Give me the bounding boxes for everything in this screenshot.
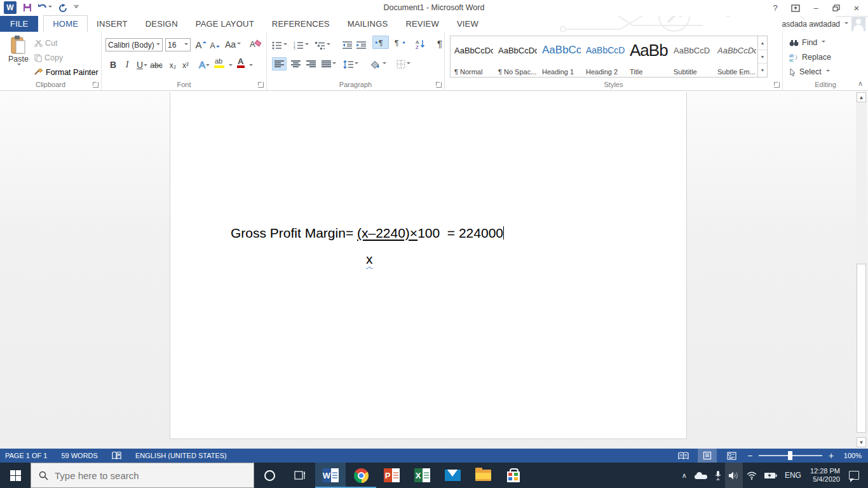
font-color-button[interactable]: A bbox=[238, 57, 243, 66]
format-painter-button[interactable]: Format Painter bbox=[34, 66, 98, 79]
paste-button[interactable]: Paste bbox=[5, 36, 32, 80]
minimize-button[interactable]: – bbox=[807, 1, 825, 15]
taskbar-mail-button[interactable] bbox=[437, 463, 468, 488]
search-input[interactable] bbox=[55, 470, 226, 481]
show-hide-pilcrow-button[interactable]: ¶ bbox=[433, 36, 446, 50]
taskbar-store-button[interactable] bbox=[498, 463, 529, 488]
undo-dropdown-arrow[interactable] bbox=[48, 6, 52, 10]
change-case-button[interactable]: Aa bbox=[225, 37, 241, 51]
account-avatar[interactable] bbox=[851, 17, 865, 31]
onedrive-icon[interactable] bbox=[691, 463, 711, 488]
taskbar-file-explorer-button[interactable] bbox=[468, 463, 498, 488]
styles-dialog-launcher[interactable] bbox=[774, 82, 780, 88]
decrease-indent-button[interactable] bbox=[341, 38, 353, 52]
customize-qat-button[interactable] bbox=[74, 5, 79, 10]
grow-font-button[interactable]: A bbox=[194, 37, 207, 51]
zoom-out-button[interactable]: − bbox=[746, 452, 754, 459]
styles-more-button[interactable]: ▼ bbox=[758, 64, 767, 77]
sort-button[interactable]: AZ bbox=[414, 37, 427, 51]
replace-button[interactable]: abac Replace bbox=[789, 51, 831, 64]
language-indicator[interactable]: ENGLISH (UNITED STATES) bbox=[135, 452, 227, 459]
paste-dropdown-arrow[interactable] bbox=[17, 64, 21, 67]
undo-button[interactable] bbox=[38, 4, 52, 11]
align-right-button[interactable] bbox=[304, 57, 318, 71]
shading-button[interactable] bbox=[370, 57, 386, 71]
ribbon-display-options-button[interactable] bbox=[787, 1, 804, 15]
borders-button[interactable] bbox=[397, 57, 410, 71]
align-center-button[interactable] bbox=[288, 57, 303, 71]
tab-mailings[interactable]: MAILINGS bbox=[339, 16, 397, 32]
zoom-percentage[interactable]: 100% bbox=[840, 452, 862, 459]
account-menu[interactable]: asdada awdadad bbox=[782, 17, 865, 31]
font-size-combobox[interactable]: 16 bbox=[165, 38, 191, 51]
superscript-button[interactable]: x² bbox=[179, 58, 192, 72]
document-canvas[interactable]: Gross Profit Margin= (x–2240)×100 = 2240… bbox=[0, 92, 868, 449]
taskbar-clock[interactable]: 12:28 PM 5/4/2020 bbox=[805, 467, 845, 484]
style-normal[interactable]: AaBbCcDc¶ Normal bbox=[451, 36, 494, 77]
tab-review[interactable]: REVIEW bbox=[397, 16, 447, 32]
find-button[interactable]: Find bbox=[789, 36, 825, 49]
word-count[interactable]: 59 WORDS bbox=[61, 452, 97, 459]
tab-design[interactable]: DESIGN bbox=[137, 16, 187, 32]
proofing-errors-icon[interactable] bbox=[112, 451, 121, 460]
highlight-dropdown-arrow[interactable] bbox=[229, 64, 233, 68]
battery-icon[interactable] bbox=[761, 463, 781, 488]
start-button[interactable] bbox=[0, 463, 31, 488]
font-dialog-launcher[interactable] bbox=[258, 82, 264, 88]
paragraph-dialog-launcher[interactable] bbox=[436, 82, 442, 88]
cortana-button[interactable] bbox=[254, 463, 285, 488]
restore-button[interactable] bbox=[827, 1, 845, 15]
underline-dropdown-arrow[interactable] bbox=[144, 64, 147, 68]
right-to-left-text-direction-button[interactable]: ¶ bbox=[391, 36, 408, 49]
justify-button[interactable] bbox=[319, 57, 338, 71]
style-title[interactable]: AaBbTitle bbox=[626, 36, 670, 77]
style-subtitle[interactable]: AaBbCcDSubtitle bbox=[670, 36, 714, 77]
task-view-button[interactable] bbox=[285, 463, 315, 488]
print-layout-button[interactable] bbox=[698, 449, 717, 463]
zoom-slider[interactable] bbox=[759, 455, 822, 456]
taskbar-search-box[interactable] bbox=[31, 463, 254, 488]
scroll-up-button[interactable]: ▲ bbox=[857, 92, 866, 102]
italic-button[interactable]: I bbox=[121, 58, 133, 72]
line-spacing-button[interactable] bbox=[343, 57, 358, 71]
taskbar-word-button[interactable]: W bbox=[315, 463, 346, 488]
taskbar-excel-button[interactable]: X bbox=[407, 463, 437, 488]
style-no-spacing[interactable]: AaBbCcDc¶ No Spac... bbox=[494, 36, 538, 77]
strikethrough-button[interactable]: abc bbox=[150, 58, 163, 72]
numbering-button[interactable]: 123 bbox=[294, 38, 309, 52]
styles-scroll-down-button[interactable]: ▼ bbox=[758, 50, 767, 64]
tab-file[interactable]: FILE bbox=[0, 16, 38, 32]
clear-formatting-button[interactable]: A bbox=[249, 37, 262, 51]
tab-home[interactable]: HOME bbox=[43, 15, 88, 32]
taskbar-chrome-button[interactable] bbox=[346, 463, 376, 488]
page-indicator[interactable]: PAGE 1 OF 1 bbox=[5, 452, 47, 459]
font-family-combobox[interactable]: Calibri (Body) bbox=[105, 38, 163, 51]
help-button[interactable]: ? bbox=[766, 1, 784, 15]
network-wifi-icon[interactable] bbox=[743, 463, 761, 488]
cut-button[interactable]: Cut bbox=[34, 37, 57, 50]
web-layout-button[interactable] bbox=[722, 449, 741, 463]
increase-indent-button[interactable] bbox=[355, 38, 367, 52]
taskbar-powerpoint-button[interactable]: P bbox=[376, 463, 407, 488]
bold-button[interactable]: B bbox=[107, 58, 119, 72]
select-button[interactable]: Select bbox=[789, 65, 830, 78]
input-language-indicator[interactable]: ENG bbox=[781, 463, 805, 488]
subscript-button[interactable]: x₂ bbox=[166, 58, 179, 72]
copy-button[interactable]: Copy bbox=[34, 51, 63, 64]
tab-references[interactable]: REFERENCES bbox=[263, 16, 339, 32]
clipboard-dialog-launcher[interactable] bbox=[93, 82, 98, 88]
tab-page-layout[interactable]: PAGE LAYOUT bbox=[187, 16, 263, 32]
read-mode-button[interactable] bbox=[674, 449, 693, 463]
vertical-scrollbar[interactable]: ▲ ▼ bbox=[856, 92, 867, 447]
scrollbar-thumb[interactable] bbox=[857, 264, 866, 433]
tray-overflow-chevron[interactable]: ∧ bbox=[678, 463, 691, 488]
bullets-button[interactable] bbox=[272, 38, 287, 52]
left-to-right-text-direction-button[interactable]: ¶ bbox=[372, 36, 389, 49]
microphone-icon[interactable] bbox=[711, 463, 725, 488]
repeat-button[interactable] bbox=[58, 4, 67, 12]
tab-view[interactable]: VIEW bbox=[448, 16, 487, 32]
zoom-slider-handle[interactable] bbox=[788, 451, 792, 460]
font-color-dropdown-arrow[interactable] bbox=[249, 64, 253, 68]
zoom-in-button[interactable]: + bbox=[827, 452, 835, 459]
scroll-down-button[interactable]: ▼ bbox=[857, 437, 866, 447]
